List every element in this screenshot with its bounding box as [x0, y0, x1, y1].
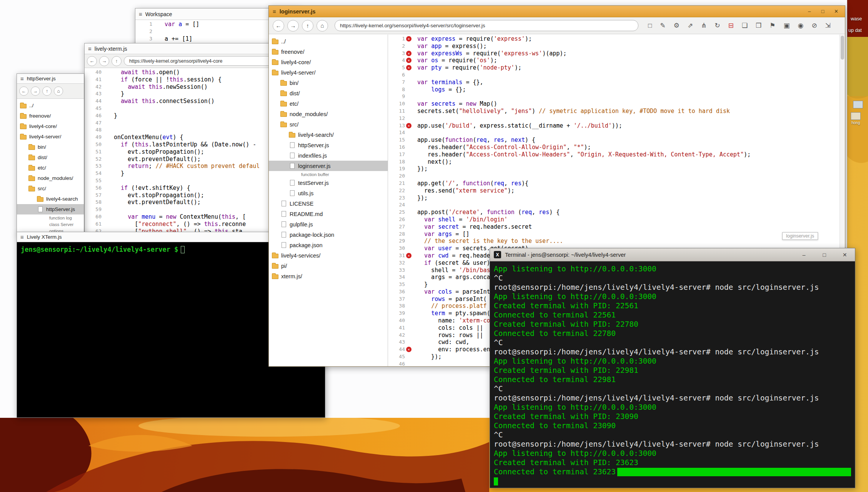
code-line: 55 [85, 177, 276, 184]
tree-item-lively4-server[interactable]: lively4-server/ [269, 67, 388, 78]
url-input[interactable] [335, 20, 638, 31]
tree-item-lively4-search[interactable]: lively4-search/ [269, 130, 388, 140]
up-button[interactable]: ↑ [302, 20, 313, 32]
tree-item-lively4-services[interactable]: lively4-services/ [269, 250, 388, 261]
tree-item-xterm-js[interactable]: xterm.js/ [269, 271, 388, 281]
tree-item-lively4-server[interactable]: lively4-server/ [17, 131, 84, 142]
tree-item-httpserver-js[interactable]: httpServer.js [17, 204, 84, 214]
flag-icon[interactable]: ⚑ [770, 22, 775, 30]
navigation-bar: ←→↑⌂ □✎⚙⇗⋔↻⊟❏❒⚑▣◉⊘⇲ [269, 17, 845, 34]
tree-subentry[interactable]: function buffer [269, 171, 388, 178]
module-box-icon[interactable]: □ [648, 22, 652, 30]
code-line: 27 var secret = req.headers.secret [388, 223, 845, 231]
new-file-icon[interactable]: ❏ [742, 22, 748, 30]
tree-item-pi[interactable]: pi/ [269, 261, 388, 271]
nav-buttons: ←→↑ [87, 56, 122, 66]
code-line: 56 if (!evt.shiftKey) { [85, 184, 276, 192]
eye-icon[interactable]: ◉ [798, 22, 804, 30]
maximize-button[interactable]: □ [821, 252, 828, 258]
up-button[interactable]: ↑ [112, 56, 122, 66]
navigation-bar: ←→↑ [85, 54, 276, 68]
minimize-button[interactable]: – [806, 8, 813, 14]
tree-item-etc[interactable]: etc/ [269, 98, 388, 109]
tree-item-indexfiles-js[interactable]: indexfiles.js [269, 150, 388, 161]
tree-item-testserver-js[interactable]: testServer.js [269, 178, 388, 188]
tree-item-utils-js[interactable]: utils.js [269, 188, 388, 198]
menu-icon[interactable]: ≡ [273, 8, 276, 15]
code-line: 4var os = require('os'); [388, 57, 845, 64]
home-button[interactable]: ⌂ [317, 20, 328, 32]
graph-icon[interactable]: ⋔ [701, 22, 706, 30]
tree-subentry[interactable]: function log [17, 214, 84, 221]
terminal-titlebar[interactable]: X Terminal - jens@sensorpi: ~/lively4/li… [490, 248, 855, 261]
line-number: 2 [135, 28, 152, 35]
menu-icon[interactable]: ≡ [88, 45, 92, 52]
lively-xterm-titlebar[interactable]: ≡ lively-xterm.js [85, 43, 276, 54]
tree-item-node-modules[interactable]: node_modules/ [17, 173, 84, 183]
tree-item-license[interactable]: LICENSE [269, 198, 388, 209]
file-icon [282, 242, 286, 248]
gear-icon[interactable]: ⚙ [674, 22, 680, 30]
desktop-icon-label[interactable]: wase [851, 16, 862, 22]
tree-item-freenove[interactable]: freenove/ [269, 47, 388, 57]
tree-item-src[interactable]: src/ [269, 119, 388, 130]
tree-item-etc[interactable]: etc/ [17, 163, 84, 173]
code-editor[interactable]: 40 await this.open()41 if (force || !thi… [85, 68, 276, 236]
close-button[interactable]: ✕ [833, 8, 840, 14]
tree-item-httpserver-js[interactable]: httpServer.js [269, 140, 388, 150]
tree-item-loginserver-js[interactable]: loginserver.js [269, 161, 388, 171]
error-badge [405, 50, 413, 57]
tree-item-package-lock-json[interactable]: package-lock.json [269, 229, 388, 240]
tree-item-lively4-core[interactable]: lively4-core/ [17, 121, 84, 131]
loginserver-titlebar[interactable]: ≡ loginserver.js –□✕ [269, 6, 845, 17]
tree-item-node-modules[interactable]: node_modules/ [269, 109, 388, 119]
menu-icon[interactable]: ≡ [20, 75, 24, 82]
forward-button[interactable]: → [31, 86, 40, 96]
tree-item-lively4-core[interactable]: lively4-core/ [269, 57, 388, 67]
tree-item-src[interactable]: src/ [17, 183, 84, 194]
tree-item-[interactable]: ../ [17, 100, 84, 111]
tree-subentry[interactable]: class Server [17, 221, 84, 228]
brush-icon[interactable]: ✎ [660, 22, 665, 30]
desktop-icon-label[interactable]: up dat [848, 28, 862, 33]
tree-item-package-json[interactable]: package.json [269, 240, 388, 250]
menu-icon[interactable]: ≡ [20, 234, 24, 240]
desktop-icon[interactable] [851, 112, 861, 120]
tree-item-dist[interactable]: dist/ [269, 88, 388, 98]
sync-icon[interactable]: ↻ [715, 22, 720, 30]
scrollbar-thumb[interactable] [841, 36, 844, 60]
tree-item-bin[interactable]: bin/ [17, 142, 84, 152]
tree-item-gulpfile-js[interactable]: gulpfile.js [269, 219, 388, 229]
maximize-button[interactable]: □ [820, 8, 826, 14]
desktop-icon-label[interactable]: hong [851, 121, 860, 125]
tree-item-label: bin/ [38, 144, 46, 150]
cancel-icon[interactable]: ⊘ [811, 22, 817, 30]
terminal-line: App listening to http://0.0.0.0:3000 [494, 449, 851, 458]
up-button[interactable]: ↑ [42, 86, 52, 96]
forward-button[interactable]: → [99, 56, 109, 66]
terminal-output[interactable]: App listening to http://0.0.0.0:3000^Cro… [490, 261, 855, 488]
save-icon[interactable]: ▣ [784, 22, 790, 30]
menu-icon[interactable]: ≡ [139, 11, 142, 17]
back-button[interactable]: ← [273, 20, 284, 32]
trash-icon[interactable]: ⊟ [728, 22, 734, 30]
code-line: 47 [85, 120, 276, 127]
forward-button[interactable]: → [287, 20, 299, 32]
tree-item-readme-md[interactable]: README.md [269, 209, 388, 219]
tree-item-dist[interactable]: dist/ [17, 152, 84, 163]
home-button[interactable]: ⌂ [54, 86, 63, 96]
minimize-button[interactable]: – [801, 252, 807, 258]
close-button[interactable]: ✕ [841, 252, 848, 258]
tree-item-lively4-search[interactable]: lively4-search [17, 194, 84, 204]
desktop-icon[interactable] [853, 101, 863, 108]
url-input[interactable] [124, 56, 274, 66]
tree-item-freenove[interactable]: freenove/ [17, 111, 84, 121]
tree-item-bin[interactable]: bin/ [269, 78, 388, 88]
httpserver-titlebar[interactable]: ≡ httpServer.js [17, 74, 84, 84]
open-external-icon[interactable]: ⇗ [688, 22, 693, 30]
folder-icon[interactable]: ❒ [756, 22, 761, 30]
back-button[interactable]: ← [19, 86, 28, 96]
tree-item-[interactable]: ../ [269, 36, 388, 47]
back-button[interactable]: ← [87, 56, 97, 66]
fullscreen-icon[interactable]: ⇲ [825, 22, 831, 30]
